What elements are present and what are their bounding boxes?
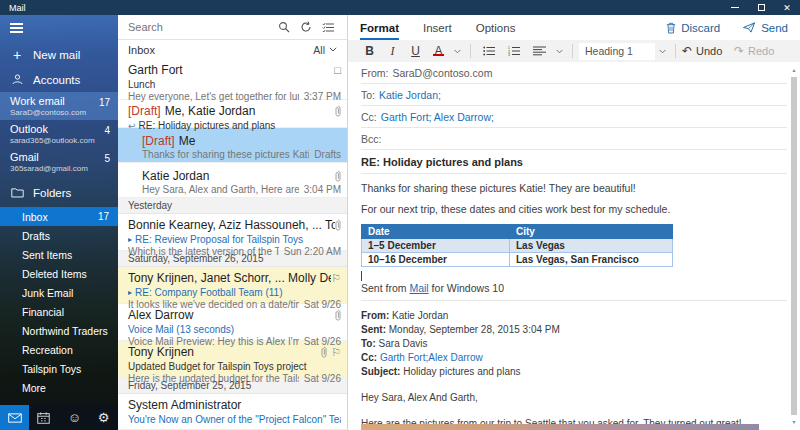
maximize-button[interactable] [748,0,774,15]
bullet-list-button[interactable] [477,46,502,56]
scroll-down-icon[interactable]: ▾ [789,417,799,427]
message-row[interactable]: Alex Darrow Voice Mail (13 seconds) Voic… [118,304,347,341]
settings-button[interactable]: ⚙ [89,405,118,430]
cc-field[interactable]: Cc: Garth Fort; Alex Darrow; [361,106,787,128]
sidebar-item-recreation[interactable]: Recreation [0,340,118,359]
vertical-scrollbar[interactable]: ▴ ▾ [789,65,799,427]
paragraph-options-chevron[interactable] [552,49,566,54]
smiley-icon: ☺ [68,411,81,424]
tab-options[interactable]: Options [476,15,516,40]
numbered-list-button[interactable]: 123 [502,46,527,56]
message-list-pane: Search Inbox All Garth Fort □ Lunch Hey … [118,15,348,430]
sidebar-item-junk-email[interactable]: Junk Email [0,283,118,302]
redo-button[interactable]: ↷Redo [734,44,786,58]
filter-dropdown[interactable]: All [313,44,337,56]
sidebar-item-northwind-traders[interactable]: Northwind Traders [0,321,118,340]
flag-checkbox-icon[interactable]: □ [334,64,341,76]
subject-field[interactable]: RE: Holiday pictures and plans [361,150,787,174]
conversation-expand-icon[interactable]: ▸ [128,235,132,244]
bold-button[interactable]: B [358,44,381,58]
account-outlook[interactable]: Outlook sarad365@outlook.com 4 [0,120,118,148]
message-sender: Bonnie Kearney, Aziz Hassouneh, ... Tony… [128,218,335,232]
style-selector-chevron[interactable] [655,49,669,54]
message-row[interactable]: Katie Jordan Hey Sara, Alex and Garth, H… [118,163,347,198]
underline-button[interactable]: U [404,44,427,58]
table-header-cell: City [510,225,673,239]
search-input[interactable]: Search [128,21,273,33]
undo-button[interactable]: ↶Undo [682,44,734,58]
to-value[interactable]: Katie Jordan; [379,89,441,101]
attachment-image-preview[interactable] [361,424,759,430]
message-body-editor[interactable]: Thanks for sharing these pictures Katie!… [348,174,800,430]
scroll-up-icon[interactable]: ▴ [789,65,799,75]
folder-icon [10,187,24,198]
table-header-cell: Date [362,225,510,239]
message-row-flagged[interactable]: Tony Krijnen, Janet Schorr, ... Molly De… [118,267,347,304]
feedback-button[interactable]: ☺ [60,405,89,430]
subject-value: RE: Holiday pictures and plans [361,156,523,168]
account-gmail[interactable]: Gmail 365sarad@gmail.com 5 [0,148,118,176]
new-mail-label: New mail [33,49,80,61]
sidebar-item-financial[interactable]: Financial [0,302,118,321]
selection-mode-icon[interactable] [317,22,339,33]
folder-name: Inbox [22,211,48,223]
calendar-view-button[interactable] [29,405,58,430]
sidebar-item-drafts[interactable]: Drafts [0,226,118,245]
close-button[interactable]: ✕ [774,0,800,15]
font-color-button[interactable]: A [427,44,450,58]
sync-icon[interactable] [295,21,317,33]
cc-value[interactable]: Garth Fort; Alex Darrow; [381,111,494,123]
date-group-header: Yesterday [118,198,347,214]
style-selector[interactable]: Heading 1 [579,43,655,60]
sidebar-item-inbox[interactable]: Inbox 17 [0,207,118,226]
send-icon [742,22,756,33]
sidebar-item-more[interactable]: More [0,378,118,397]
hamburger-menu-icon[interactable] [0,15,118,42]
quoted-divider [361,300,787,301]
message-row[interactable]: Garth Fort □ Lunch Hey everyone, Let's g… [118,59,347,100]
tab-format[interactable]: Format [360,15,399,40]
accounts-header[interactable]: Accounts [0,67,118,92]
align-button[interactable] [527,46,552,56]
message-row[interactable]: System Administrator You're Now an Owner… [118,394,347,430]
folders-header[interactable]: Folders [0,180,118,205]
account-work-email[interactable]: Work email SaraD@contoso.com 17 [0,92,118,120]
message-time: 3:04 PM [304,184,341,195]
message-row-flagged[interactable]: Tony Krijnen ⚐ Updated Budget for Tailsp… [118,341,347,378]
app-title: Mail [9,3,26,13]
mail-view-button[interactable] [0,405,29,430]
paperclip-icon [335,309,341,321]
bcc-field[interactable]: Bcc: [361,128,787,150]
scrollbar-thumb[interactable] [791,77,797,415]
message-row[interactable]: [Draft]Me, Katie Jordan ↩RE: Holiday pic… [118,100,347,128]
conversation-expand-icon[interactable]: ▸ [128,288,132,297]
search-bar[interactable]: Search [118,15,347,40]
message-row[interactable]: Bonnie Kearney, Aziz Hassouneh, ... Tony… [118,214,347,251]
sidebar-item-deleted-items[interactable]: Deleted Items [0,264,118,283]
quoted-subject-value: Holiday pictures and plans [400,366,520,377]
address-fields: From: SaraD@contoso.com To: Katie Jordan… [348,62,800,174]
tab-insert[interactable]: Insert [423,15,452,40]
search-icon[interactable] [273,21,295,33]
font-options-chevron[interactable] [450,49,464,54]
sidebar-item-tailspin-toys[interactable]: Tailspin Toys [0,359,118,378]
new-mail-button[interactable]: + New mail [0,42,118,67]
sidebar-item-sent-items[interactable]: Sent Items [0,245,118,264]
svg-text:3: 3 [508,53,510,56]
minimize-button[interactable] [722,0,748,15]
discard-button[interactable]: Discard [666,22,720,34]
from-field[interactable]: From: SaraD@contoso.com [361,62,787,84]
account-email: SaraD@contoso.com [10,108,110,117]
message-row-selected[interactable]: [Draft]Me Thanks for sharing these pictu… [118,128,347,163]
message-preview: Hey everyone, Let's get together for lun… [128,91,299,102]
send-button[interactable]: Send [742,22,788,34]
flag-icon[interactable]: ⚐ [331,346,341,359]
mail-link[interactable]: Mail [409,282,428,294]
accounts-label: Accounts [33,74,80,86]
unread-count-badge: 5 [104,153,110,164]
ribbon-tabs: Format Insert Options Discard Send [348,15,800,40]
flag-icon[interactable]: ⚐ [331,272,341,285]
to-field[interactable]: To: Katie Jordan; [361,84,787,106]
table-row: 1–5 December Las Vegas [362,239,673,253]
italic-button[interactable]: I [381,44,404,59]
